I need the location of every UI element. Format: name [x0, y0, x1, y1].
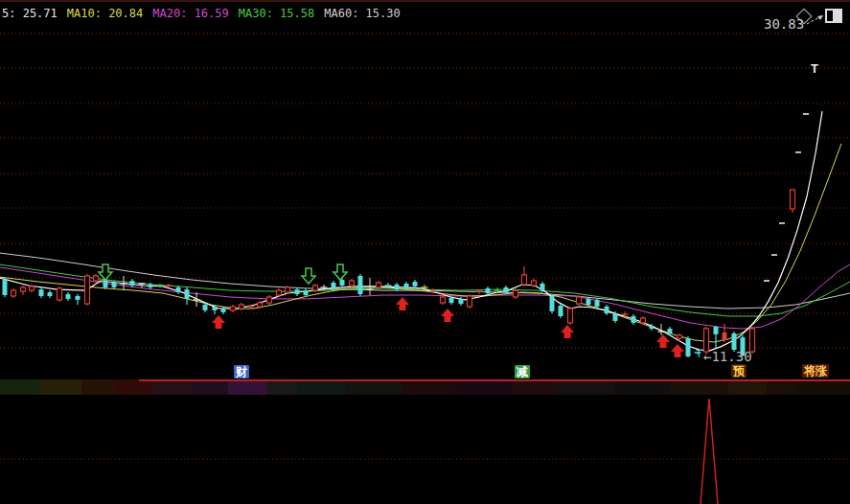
- candle-body: [57, 288, 62, 300]
- ribbon-block: [297, 379, 345, 395]
- candle-body: [678, 335, 682, 338]
- ma30-value: MA30: 15.58: [239, 7, 314, 20]
- ribbon-block: [728, 379, 767, 395]
- indicator-spike: [701, 399, 718, 504]
- candle-body: [613, 313, 618, 321]
- ma-line-ma20: [0, 264, 850, 329]
- ribbon-block: [228, 379, 266, 395]
- candle-body: [221, 309, 226, 312]
- candle-body: [413, 282, 418, 286]
- candle-body: [3, 280, 8, 295]
- candle-body: [486, 288, 491, 293]
- ribbon-block: [266, 379, 297, 395]
- candle-body: [441, 297, 446, 303]
- ma-line-ma5: [0, 111, 822, 351]
- candle-body: [304, 290, 309, 295]
- candle-body: [650, 326, 655, 329]
- candle-body: [559, 306, 563, 316]
- candle-body: [76, 296, 80, 300]
- ribbon-block: [192, 379, 228, 395]
- signal-badge-cai: 财: [234, 365, 249, 378]
- panel-icon[interactable]: [825, 9, 842, 23]
- candle-body: [686, 338, 691, 356]
- candle-body: [350, 281, 355, 286]
- candle-body: [30, 286, 34, 290]
- t-mark-top: T: [811, 61, 818, 76]
- candle-body: [332, 283, 336, 288]
- last-price-label: 30.83: [764, 16, 804, 32]
- ribbon-block: [795, 379, 850, 395]
- candle-body: [11, 290, 16, 296]
- marked-low-label: ←11.30: [703, 349, 752, 364]
- ribbon-block: [513, 379, 556, 395]
- ribbon-block: [115, 379, 151, 395]
- ma-legend: 5: 25.71MA10: 20.84MA20: 16.59MA30: 15.5…: [2, 7, 410, 20]
- ribbon-block: [613, 379, 671, 395]
- candle-body: [295, 289, 300, 294]
- ribbon-block: [402, 379, 450, 395]
- ribbon-block: [671, 379, 728, 395]
- candle-body: [504, 287, 509, 292]
- signal-badge-jiangzhang: 将涨: [802, 364, 829, 378]
- candle-body: [514, 290, 518, 297]
- candle-body: [714, 327, 719, 334]
- candle-body: [130, 281, 135, 286]
- candle-body: [66, 294, 71, 299]
- candle-body: [468, 296, 472, 307]
- candle-body: [577, 297, 582, 304]
- buy-arrow-icon: [656, 334, 670, 348]
- stock-chart-app: { "header": { "legend": [ {"name": "ma5-…: [0, 0, 850, 504]
- candle-body: [313, 286, 318, 290]
- candle-body: [550, 296, 555, 311]
- candle-body: [595, 300, 600, 307]
- sell-arrow-icon: [302, 268, 315, 284]
- candle-body: [149, 285, 153, 287]
- candle-body: [112, 283, 117, 287]
- main-chart[interactable]: [0, 0, 850, 504]
- buy-arrow-icon: [396, 297, 409, 310]
- candle-body: [395, 285, 400, 289]
- candle-body: [522, 275, 527, 285]
- buy-arrow-icon: [671, 344, 684, 357]
- buy-arrow-icon: [441, 309, 454, 322]
- candle-body: [94, 276, 99, 281]
- candle-body: [176, 287, 181, 292]
- candle-body: [39, 289, 44, 296]
- candle-body: [568, 309, 573, 323]
- candle-body: [723, 332, 727, 340]
- ma10-value: MA10: 20.84: [67, 7, 143, 20]
- buy-arrow-icon: [561, 325, 574, 338]
- ma60-value: MA60: 15.30: [324, 7, 400, 20]
- ma-line-ma60: [0, 253, 850, 309]
- candle-body: [540, 284, 545, 290]
- ribbon-block: [38, 379, 81, 395]
- ribbon-block: [450, 379, 513, 395]
- signal-badge-yu: 预: [731, 364, 747, 378]
- candle-body: [532, 281, 537, 286]
- candle-body: [258, 303, 263, 307]
- candle-body: [732, 333, 737, 350]
- candle-body: [277, 290, 282, 295]
- candle-body: [459, 299, 464, 304]
- candle-body: [21, 287, 26, 291]
- candle-body: [203, 305, 208, 310]
- candle-body: [240, 305, 244, 309]
- candle-body: [358, 276, 363, 294]
- candle-body: [213, 307, 218, 310]
- candle-body: [586, 299, 591, 305]
- ribbon-block: [767, 379, 795, 395]
- candle-body: [605, 307, 609, 313]
- candle-body: [286, 287, 290, 292]
- candle-body: [48, 292, 53, 296]
- candle-body: [231, 307, 236, 310]
- ma5-value: 5: 25.71: [2, 7, 57, 20]
- ribbon-block: [0, 379, 38, 395]
- candle-body: [791, 190, 795, 209]
- candle-body: [641, 318, 646, 323]
- candle-body: [267, 297, 272, 303]
- t-mark-candle: T: [696, 348, 702, 359]
- ribbon-block: [81, 379, 115, 395]
- candle-body: [449, 298, 454, 303]
- candle-body: [85, 276, 90, 304]
- candle-body: [632, 316, 636, 323]
